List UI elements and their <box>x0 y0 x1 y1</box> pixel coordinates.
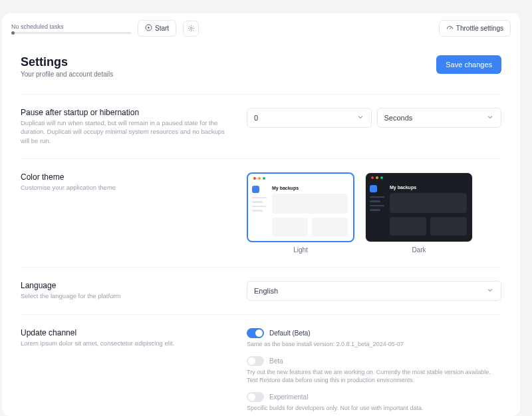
theme-desc: Customise your application theme <box>21 183 233 192</box>
task-status-text: No scheduled tasks <box>11 23 131 30</box>
update-section: Update channel Lorem ipsum dolor sit ame… <box>21 315 501 416</box>
channel-desc-experimental: Specific builds for developers only. Not… <box>247 404 501 412</box>
language-section: Language Select the language for the pla… <box>21 268 501 314</box>
pause-title: Pause after startup or hibernation <box>21 108 233 117</box>
channel-toggle-experimental[interactable] <box>247 392 264 402</box>
gear-icon <box>188 23 195 35</box>
language-value: English <box>254 287 278 295</box>
throttle-settings-button[interactable]: Throttle settings <box>439 20 511 37</box>
task-progress-knob <box>11 31 15 35</box>
channel-label-default: Default (Beta) <box>269 329 311 337</box>
gauge-icon <box>446 24 454 33</box>
theme-label-dark: Dark <box>412 246 426 254</box>
page-subtitle: Your profile and account details <box>21 71 113 78</box>
theme-option-dark[interactable]: My backups Dark <box>365 172 473 254</box>
svg-point-1 <box>190 27 192 29</box>
update-title: Update channel <box>21 328 233 337</box>
topbar: No scheduled tasks Start Throttle settin… <box>2 13 520 43</box>
settings-icon-button[interactable] <box>183 21 199 37</box>
preview-title: My backups <box>390 185 467 190</box>
channel-toggle-beta[interactable] <box>247 356 264 366</box>
content-area: Settings Your profile and account detail… <box>2 43 520 416</box>
chevron-down-icon <box>486 286 494 296</box>
task-progress <box>11 32 131 34</box>
language-select[interactable]: English <box>247 281 501 301</box>
page-title: Settings <box>21 55 113 69</box>
channel-desc-beta: Try out the new features that we are wor… <box>247 368 501 384</box>
pause-value: 0 <box>254 114 258 122</box>
theme-label-light: Light <box>293 246 308 254</box>
theme-section: Color theme Customise your application t… <box>21 159 501 267</box>
pause-value-select[interactable]: 0 <box>247 108 372 145</box>
pause-unit: Seconds <box>384 114 413 122</box>
pause-desc: Duplicati will run when started, but wil… <box>21 118 233 145</box>
settings-window: No scheduled tasks Start Throttle settin… <box>2 13 520 416</box>
page-header: Settings Your profile and account detail… <box>21 55 501 78</box>
theme-preview-light: My backups <box>247 172 354 242</box>
throttle-label: Throttle settings <box>456 25 503 32</box>
channel-desc-default: Same as the base install version: 2.0.8.… <box>247 340 501 348</box>
task-status: No scheduled tasks <box>11 23 131 34</box>
pause-unit-select[interactable]: Seconds <box>377 108 502 145</box>
preview-title: My backups <box>272 186 348 190</box>
channel-label-experimental: Experimental <box>269 393 308 401</box>
theme-option-light[interactable]: My backups Light <box>247 172 354 254</box>
channel-toggle-default[interactable] <box>247 328 264 338</box>
play-icon <box>145 24 152 33</box>
chevron-down-icon <box>356 113 364 122</box>
update-desc: Lorem ipsum dolor sit amet, consectetur … <box>21 339 233 347</box>
pause-section: Pause after startup or hibernation Dupli… <box>21 95 501 158</box>
theme-preview-dark: My backups <box>365 172 473 242</box>
channel-label-beta: Beta <box>269 357 283 365</box>
chevron-down-icon <box>486 113 494 122</box>
language-desc: Select the language for the platform <box>21 292 233 300</box>
language-title: Language <box>21 281 233 290</box>
start-button[interactable]: Start <box>138 20 176 37</box>
theme-title: Color theme <box>21 172 233 182</box>
save-button[interactable]: Save changes <box>436 55 501 74</box>
start-button-label: Start <box>155 25 169 32</box>
